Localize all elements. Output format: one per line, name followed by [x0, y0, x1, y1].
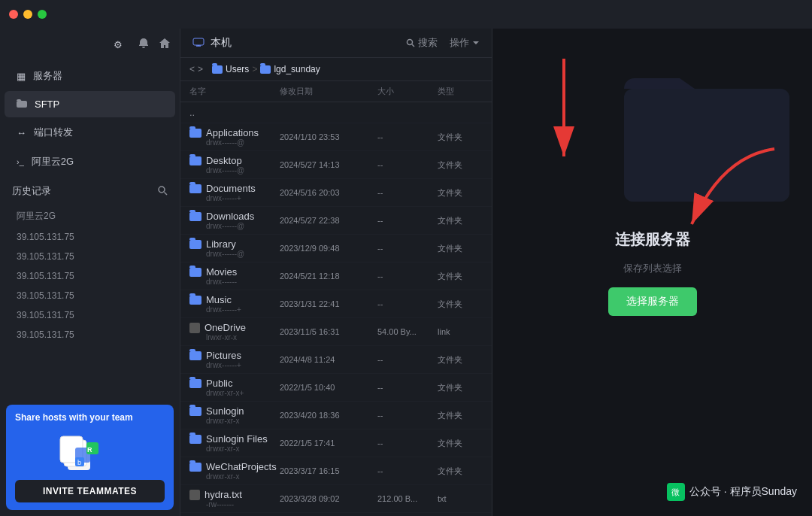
invite-teammates-button[interactable]: INVITE TEAMMATES: [15, 480, 165, 502]
file-date: 2023/4/20 18:36: [280, 411, 377, 420]
forward-button[interactable]: >: [198, 64, 203, 74]
file-type: 文件夹: [438, 132, 483, 143]
folder-icon: [189, 184, 201, 193]
folder-icon: [189, 407, 201, 416]
table-row[interactable]: Downloadsdrwx------@2024/5/27 22:38--文件夹: [180, 207, 492, 235]
traffic-lights: [9, 10, 47, 19]
file-name: Downloads: [206, 211, 254, 222]
maximize-button[interactable]: [38, 10, 47, 19]
file-size: --: [377, 411, 438, 420]
table-row[interactable]: Librarydrwx------@2023/12/9 09:48--文件夹: [180, 235, 492, 263]
bell-icon[interactable]: [138, 38, 150, 53]
file-type: 文件夹: [438, 466, 483, 477]
panel-header: 本机 搜索 操作: [180, 29, 492, 58]
sidebar-item-server[interactable]: ▦ 服务器: [5, 62, 175, 90]
history-item[interactable]: 39.105.131.75: [5, 325, 175, 345]
file-name: Sunlogin Files: [206, 433, 268, 445]
svg-text:b: b: [77, 459, 81, 466]
choose-server-button[interactable]: 选择服务器: [608, 287, 697, 316]
file-panel: 本机 搜索 操作 < > Users: [180, 29, 492, 516]
history-item[interactable]: 阿里云2G: [5, 205, 175, 227]
file-name: Sunlogin: [206, 405, 244, 417]
history-item[interactable]: 39.105.131.75: [5, 305, 175, 325]
file-date: 2024/1/10 23:53: [280, 132, 377, 141]
table-row[interactable]: Sunlogin Filesdrwxr-xr-x2022/1/5 17:41--…: [180, 429, 492, 457]
table-row[interactable]: hydra.txt-rw-------2023/3/28 09:02212.00…: [180, 485, 492, 513]
table-row[interactable]: Applicationsdrwx------@2024/1/10 23:53--…: [180, 123, 492, 151]
file-name: hydra.txt: [205, 489, 242, 500]
table-row[interactable]: jetbradrwxrwxr-x@2023/6/2 10:13--文件夹: [180, 513, 492, 516]
folder-icon: [189, 156, 201, 165]
file-perms: drwxr-xr-x: [206, 445, 239, 453]
folder-icon: [189, 268, 201, 277]
svg-point-1: [159, 187, 165, 193]
connect-prompt: 连接服务器 保存列表选择 选择服务器: [608, 229, 697, 316]
file-date: 2023/11/5 16:31: [280, 327, 377, 336]
table-row[interactable]: Moviesdrwx------2024/5/21 12:18--文件夹: [180, 263, 492, 290]
history-item[interactable]: 39.105.131.75: [5, 286, 175, 305]
panel-actions: 搜索 操作: [406, 36, 480, 50]
minimize-button[interactable]: [23, 10, 32, 19]
sidebar-item-label: 阿里云2G: [32, 155, 74, 168]
history-items: 阿里云2G 39.105.131.75 39.105.131.75 39.105…: [0, 205, 180, 345]
sidebar-item-aliyun[interactable]: ›_ 阿里云2G: [5, 147, 175, 176]
file-size: 212.00 B...: [377, 494, 438, 503]
breadcrumb-nav: < >: [189, 64, 203, 74]
main-layout: ⚙ ▦ 服务器 SFTP ↔: [0, 29, 812, 516]
sidebar-item-label: 端口转发: [34, 126, 73, 139]
file-perms: drwx------@: [206, 250, 244, 258]
file-date: 2024/5/27 14:13: [280, 160, 377, 169]
svg-line-15: [412, 44, 414, 47]
table-row[interactable]: Desktopdrwx------@2024/5/27 14:13--文件夹: [180, 151, 492, 179]
file-table-header: 名字 修改日期 大小 类型: [180, 81, 492, 102]
background-folder-icon: [624, 59, 789, 212]
wechat-icon: 微: [667, 483, 685, 501]
sidebar-item-port-forward[interactable]: ↔ 端口转发: [5, 118, 175, 147]
back-button[interactable]: <: [189, 64, 195, 74]
file-date: 2022/1/5 17:41: [280, 439, 377, 448]
file-perms: drwx------+: [206, 361, 241, 369]
settings-item[interactable]: ⚙: [108, 35, 129, 55]
folder-icon: [189, 379, 201, 388]
search-label: 搜索: [418, 36, 438, 50]
folder-icon: [189, 129, 201, 138]
computer-icon: [192, 37, 205, 49]
file-size: --: [377, 132, 438, 141]
file-perms: drwx------: [206, 278, 237, 286]
file-type: 文件夹: [438, 243, 483, 254]
table-row[interactable]: Publicdrwxr-xr-x+2022/1/5 10:40--文件夹: [180, 374, 492, 402]
parent-dir-row[interactable]: ..: [180, 102, 492, 123]
sidebar-item-sftp[interactable]: SFTP: [5, 91, 175, 117]
search-icon[interactable]: [157, 185, 168, 198]
file-perms: drwxr-xr-x+: [206, 389, 244, 397]
folder-icon: [189, 296, 201, 305]
history-item[interactable]: 39.105.131.75: [5, 247, 175, 266]
breadcrumb-users[interactable]: Users: [212, 64, 249, 74]
history-item[interactable]: 39.105.131.75: [5, 266, 175, 286]
titlebar: [0, 0, 812, 29]
settings-icon: ⚙: [114, 39, 123, 50]
sidebar-nav: ▦ 服务器 SFTP ↔ 端口转发 ›_ 阿里云2G: [0, 61, 180, 399]
history-label: 历史记录: [12, 184, 51, 198]
sidebar: ⚙ ▦ 服务器 SFTP ↔: [0, 29, 180, 516]
table-row[interactable]: Sunlogindrwxr-xr-x2023/4/20 18:36--文件夹: [180, 402, 492, 429]
close-button[interactable]: [9, 10, 18, 19]
table-row[interactable]: Musicdrwx------+2023/1/31 22:41--文件夹: [180, 290, 492, 318]
home-icon[interactable]: [159, 38, 171, 53]
search-button[interactable]: 搜索: [406, 36, 438, 50]
file-date: 2024/5/27 22:38: [280, 216, 377, 225]
history-item[interactable]: 39.105.131.75: [5, 227, 175, 247]
terminal-icon: ›_: [17, 157, 24, 166]
breadcrumb-lgd[interactable]: lgd_sunday: [260, 64, 320, 74]
ops-button[interactable]: 操作: [450, 36, 480, 50]
sidebar-header: ⚙: [0, 29, 180, 61]
table-row[interactable]: WeChatProjectsdrwxr-xr-x2023/3/17 16:15-…: [180, 457, 492, 485]
breadcrumb-sep: >: [252, 64, 257, 74]
table-row[interactable]: OneDrivelrwxr-xr-x2023/11/5 16:3154.00 B…: [180, 318, 492, 346]
port-icon: ↔: [17, 127, 26, 138]
table-row[interactable]: Documentsdrwx------+2024/5/16 20:03--文件夹: [180, 179, 492, 207]
history-section: 历史记录: [0, 177, 180, 205]
folder-icon: [17, 99, 27, 110]
table-row[interactable]: Picturesdrwx------+2024/4/8 11:24--文件夹: [180, 346, 492, 374]
sidebar-item-label: SFTP: [35, 99, 59, 110]
